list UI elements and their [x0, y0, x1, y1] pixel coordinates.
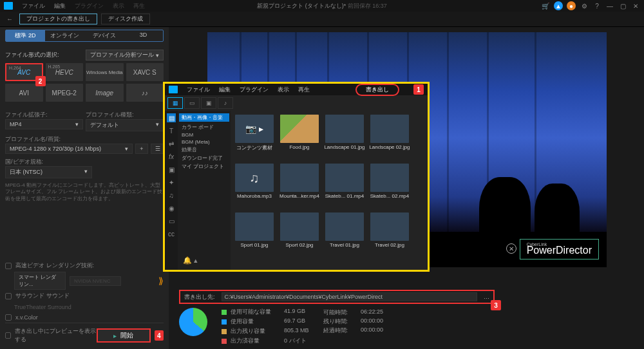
format-avi[interactable]: AVI: [5, 84, 43, 102]
marker-1: 1: [413, 84, 424, 95]
format-image[interactable]: Image: [86, 84, 124, 102]
export-path-label: 書き出し先:: [184, 293, 215, 301]
thumb-content[interactable]: 📷 ▸コンテンツ素材: [233, 115, 276, 161]
thumb-mountain[interactable]: Mounta...ker.mp4: [278, 164, 321, 210]
thumb-skate2[interactable]: Skateb... 02.mp4: [368, 164, 411, 210]
room-subtitle-icon[interactable]: cc: [167, 229, 176, 238]
ov-menu-view[interactable]: 表示: [278, 86, 289, 94]
media-room-overlay: ファイル 編集 プラグイン 表示 再生 書き出し 1 ▦ ▭ ▣ ♪ ▤ T ⇄…: [163, 82, 430, 272]
thumb-travel1[interactable]: Travel 01.jpg: [323, 212, 366, 259]
mode-export[interactable]: プロジェクトの書き出し: [19, 14, 97, 24]
bell-icon[interactable]: 🔔 ▴: [183, 256, 198, 265]
mode-disc[interactable]: ディスク作成: [101, 14, 150, 24]
cart-icon[interactable]: 🛒: [541, 1, 550, 10]
thumb-landscape2[interactable]: Landscape 02.jpg: [368, 115, 411, 161]
room-audio-icon[interactable]: ♫: [167, 191, 176, 200]
surround-label: サラウンド サウンド: [15, 292, 70, 300]
thumb-sport2[interactable]: Sport 02.jpg: [278, 212, 321, 259]
tree-head[interactable]: 動画・画像・音楽: [179, 113, 229, 122]
surround-checkbox[interactable]: [5, 293, 12, 299]
format-audio[interactable]: ♪♪: [126, 84, 164, 102]
thumb-food[interactable]: Food.jpg: [278, 115, 321, 161]
region-select[interactable]: 日本 (NTSC) ▾: [5, 166, 92, 178]
tab-3d[interactable]: 3D: [124, 30, 163, 41]
xvcolor-checkbox[interactable]: [5, 314, 12, 321]
format-xavc[interactable]: XAVC S: [126, 63, 164, 81]
logo-overlay: ✕ CyberLink PowerDirector: [520, 239, 599, 259]
tab-standard2d[interactable]: 標準 2D: [6, 30, 45, 41]
profile-add-button[interactable]: +: [135, 144, 148, 154]
ext-select[interactable]: MP4 ▾: [5, 119, 83, 129]
overlay-room-tabs: ▤ T ⇄ fx ▣ ✦ ♫ ◉ ▭ cc: [165, 111, 178, 270]
tab-online[interactable]: オンライン: [45, 30, 84, 41]
tree-myproject[interactable]: マイ プロジェクト: [179, 162, 229, 171]
marker-4: 4: [155, 330, 164, 341]
format-hevc[interactable]: H.265HEVC: [46, 63, 84, 81]
tab-device[interactable]: デバイス: [84, 30, 124, 41]
filter-video-icon[interactable]: ▭: [184, 97, 200, 109]
thumb-skate1[interactable]: Skateb... 01.mp4: [323, 164, 366, 210]
format-mpeg2[interactable]: MPEG-2: [46, 84, 84, 102]
time-stats: 可能時間:06:22:25 残り時間:00:00:00 経過時間:00:00:0…: [323, 308, 384, 335]
close-icon[interactable]: ✕: [631, 1, 640, 10]
format-avc[interactable]: H.264AVC 2: [5, 63, 43, 81]
xvcolor-label: x.v.Color: [15, 314, 38, 321]
export-path-input[interactable]: [222, 292, 477, 301]
tree-se[interactable]: 効果音: [179, 146, 229, 154]
profile-settings-button[interactable]: ☰: [151, 144, 164, 154]
room-title-icon[interactable]: T: [167, 126, 176, 135]
disk-pie-chart: [179, 308, 207, 336]
export-sidebar: 標準 2D オンライン デバイス 3D ファイル形式の選択: プロファイル分析ツ…: [0, 27, 169, 349]
format-wm[interactable]: Windows Media: [86, 63, 124, 81]
thumb-travel2[interactable]: Travel 02.jpg: [368, 212, 411, 259]
room-voice-icon[interactable]: ◉: [167, 203, 176, 212]
thumb-landscape1[interactable]: Landscape 01.jpg: [323, 115, 366, 161]
svrt-select[interactable]: スマート レンダリン...: [14, 272, 66, 290]
room-media-icon[interactable]: ▤: [167, 113, 176, 122]
format-label: ファイル形式の選択:: [5, 51, 59, 59]
start-button[interactable]: ▸ 開始: [97, 328, 151, 343]
ov-menu-plugin[interactable]: プラグイン: [240, 86, 269, 94]
gear-icon[interactable]: ⚙: [580, 1, 589, 10]
tree-colorboard[interactable]: カラー ボード: [179, 123, 229, 131]
tree-bgm[interactable]: BGM: [179, 131, 229, 138]
profile-tool-button[interactable]: プロファイル分析ツール ▾: [86, 50, 164, 61]
profname-select[interactable]: MPEG-4 1280 x 720/30p (16 Mbps) ▾: [5, 144, 133, 154]
preview-during-export-label: 書き出し中にプレビューを表示する: [15, 327, 97, 344]
overlay-grid: 📷 ▸コンテンツ素材 Food.jpg Landscape 01.jpg Lan…: [231, 111, 428, 270]
room-fx-icon[interactable]: fx: [167, 152, 176, 161]
fastrender-checkbox[interactable]: [5, 263, 12, 269]
thumb-mahoroba[interactable]: ♫Mahoroba.mp3: [233, 164, 276, 210]
ov-menu-file[interactable]: ファイル: [187, 86, 210, 94]
help-icon[interactable]: ?: [592, 1, 601, 10]
browse-button[interactable]: …: [484, 294, 489, 300]
tree-bgm-meta[interactable]: BGM (Meta): [179, 138, 229, 146]
logo-close-icon[interactable]: ✕: [506, 243, 516, 254]
filter-image-icon[interactable]: ▣: [201, 97, 216, 109]
minimize-icon[interactable]: —: [605, 1, 614, 10]
profile-description: MPEG-4 動画ファイルにエンコードします。高ビットレート、大型フレームサイズ…: [5, 182, 164, 202]
room-pip-icon[interactable]: ▣: [167, 165, 176, 174]
mode-bar: ← プロジェクトの書き出し ディスク作成: [0, 12, 644, 27]
ext-label: ファイル拡張子:: [5, 111, 83, 119]
menu-file[interactable]: ファイル: [22, 2, 45, 10]
menu-play: 再生: [133, 2, 145, 10]
room-chapter-icon[interactable]: ▭: [167, 216, 176, 225]
user-icon[interactable]: ●: [567, 1, 576, 10]
preview-during-export-checkbox[interactable]: [5, 332, 11, 339]
ov-export-button[interactable]: 書き出し: [355, 84, 399, 96]
dolby-icon: ⟫: [158, 276, 164, 286]
cloud-icon[interactable]: ▲: [554, 1, 563, 10]
menu-edit[interactable]: 編集: [54, 2, 66, 10]
proftype-select[interactable]: デフォルト ▾: [86, 119, 164, 131]
maximize-icon[interactable]: ▢: [618, 1, 627, 10]
room-particle-icon[interactable]: ✦: [167, 178, 176, 187]
main-menu: ファイル 編集 プラグイン 表示 再生: [4, 2, 145, 10]
filter-media-icon[interactable]: ▦: [167, 97, 183, 109]
thumb-sport1[interactable]: Sport 01.jpg: [233, 212, 276, 259]
tree-download[interactable]: ダウンロード完了: [179, 154, 229, 162]
room-transition-icon[interactable]: ⇄: [167, 139, 176, 148]
filter-audio-icon[interactable]: ♪: [218, 97, 233, 109]
ov-menu-play[interactable]: 再生: [298, 86, 310, 94]
ov-menu-edit[interactable]: 編集: [219, 86, 231, 94]
